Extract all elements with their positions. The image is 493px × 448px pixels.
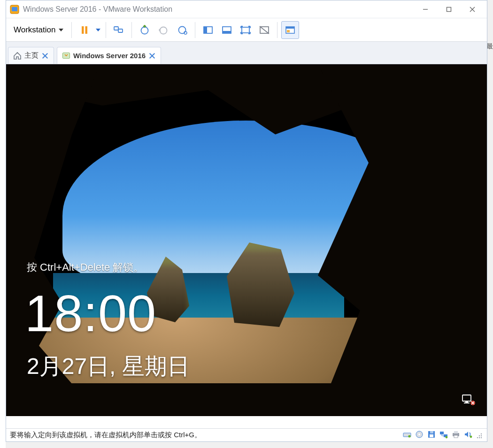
vm-display[interactable]: 按 Ctrl+Alt+Delete 解锁。 18:00 2月27日, 星期日: [6, 64, 487, 416]
wallpaper-cave: [318, 64, 487, 416]
svg-point-51: [481, 433, 482, 434]
maximize-button[interactable]: [437, 0, 461, 18]
tab-vm[interactable]: Windows Server 2016: [57, 47, 161, 64]
floppy-icon[interactable]: [427, 430, 436, 440]
svg-rect-8: [85, 26, 88, 34]
take-snapshot-button[interactable]: [136, 21, 154, 39]
lock-screen-date: 2月27日, 星期日: [27, 351, 190, 381]
vmware-workstation-window: Windows Server 2016 - VMware Workstation…: [6, 0, 487, 442]
svg-rect-16: [204, 27, 207, 33]
svg-point-56: [481, 437, 482, 438]
svg-rect-44: [440, 432, 444, 434]
vmware-app-icon: [10, 5, 19, 14]
svg-rect-31: [462, 395, 471, 401]
toolbar: Workstation: [6, 18, 487, 42]
window-title: Windows Server 2016 - VMware Workstation: [23, 5, 172, 14]
lock-screen-hint: 按 Ctrl+Alt+Delete 解锁。: [27, 260, 144, 274]
fullscreen-button[interactable]: [237, 21, 254, 39]
workstation-menu-label: Workstation: [14, 25, 55, 35]
svg-point-54: [477, 437, 478, 438]
svg-point-38: [408, 435, 410, 437]
svg-line-21: [260, 26, 269, 34]
tab-vm-label: Windows Server 2016: [73, 52, 146, 60]
console-view-button[interactable]: [218, 21, 236, 39]
svg-point-46: [446, 436, 448, 439]
network-adapter-icon[interactable]: [439, 430, 448, 440]
close-icon: [148, 52, 156, 60]
sound-icon[interactable]: [463, 430, 473, 440]
toolbar-separator: [131, 22, 132, 38]
workstation-menu[interactable]: Workstation: [10, 23, 68, 37]
lock-screen-time: 18:00: [25, 288, 156, 339]
manage-snapshots-button[interactable]: [173, 21, 191, 39]
close-button[interactable]: [461, 0, 484, 18]
svg-rect-9: [114, 27, 118, 30]
svg-rect-18: [223, 31, 231, 33]
tab-vm-close[interactable]: [148, 52, 156, 60]
tab-home-close[interactable]: [41, 52, 49, 60]
network-disconnected-icon: [462, 394, 476, 406]
svg-point-50: [470, 436, 472, 438]
chevron-down-icon: [58, 27, 64, 33]
revert-snapshot-button[interactable]: [154, 21, 172, 39]
fit-guest-button[interactable]: [199, 21, 217, 39]
resize-grip-icon[interactable]: [475, 431, 483, 440]
svg-rect-7: [82, 26, 84, 34]
svg-rect-43: [430, 431, 433, 433]
tab-home[interactable]: 主页: [8, 47, 54, 64]
svg-rect-2: [12, 7, 17, 11]
wallpaper-cave: [6, 383, 487, 416]
cd-dvd-icon[interactable]: [415, 430, 424, 440]
svg-point-12: [160, 27, 167, 34]
device-tray: [402, 430, 473, 440]
svg-point-55: [479, 437, 480, 438]
svg-rect-49: [454, 435, 458, 438]
tab-row: 主页 Windows Server 2016: [6, 42, 487, 64]
svg-rect-42: [430, 434, 433, 437]
svg-rect-4: [447, 7, 451, 11]
home-icon: [13, 52, 22, 60]
svg-rect-24: [287, 30, 290, 32]
pause-vm-button[interactable]: [76, 21, 93, 39]
svg-rect-33: [464, 402, 470, 403]
svg-point-52: [479, 435, 480, 436]
toolbar-separator: [71, 22, 72, 38]
power-menu-dropdown[interactable]: [94, 21, 102, 39]
tab-home-label: 主页: [24, 51, 39, 60]
svg-rect-32: [465, 401, 468, 402]
send-ctrl-alt-del-button[interactable]: [110, 21, 128, 39]
chevron-down-icon: [95, 27, 101, 33]
close-icon: [41, 52, 49, 60]
toolbar-separator: [195, 22, 195, 38]
show-thumbnail-bar-button[interactable]: [281, 21, 299, 39]
statusbar: 要将输入定向到该虚拟机，请在虚拟机内部单击或按 Ctrl+G。: [6, 428, 487, 441]
svg-point-53: [481, 435, 482, 436]
printer-icon[interactable]: [451, 430, 461, 440]
hard-disk-icon[interactable]: [402, 430, 412, 440]
svg-point-40: [418, 433, 420, 435]
titlebar: Windows Server 2016 - VMware Workstation: [6, 0, 487, 18]
svg-rect-23: [286, 27, 294, 29]
svg-rect-10: [118, 29, 123, 32]
minimize-button[interactable]: [414, 0, 437, 18]
toolbar-separator: [277, 22, 277, 38]
svg-point-11: [141, 27, 148, 34]
toolbar-separator: [106, 22, 106, 38]
statusbar-hint: 要将输入定向到该虚拟机，请在虚拟机内部单击或按 Ctrl+G。: [10, 431, 402, 440]
svg-point-13: [179, 26, 186, 33]
unity-button[interactable]: [255, 21, 273, 39]
vm-icon: [62, 52, 70, 60]
host-background-strip: [0, 0, 6, 448]
svg-rect-48: [454, 431, 458, 433]
svg-rect-19: [242, 27, 249, 33]
